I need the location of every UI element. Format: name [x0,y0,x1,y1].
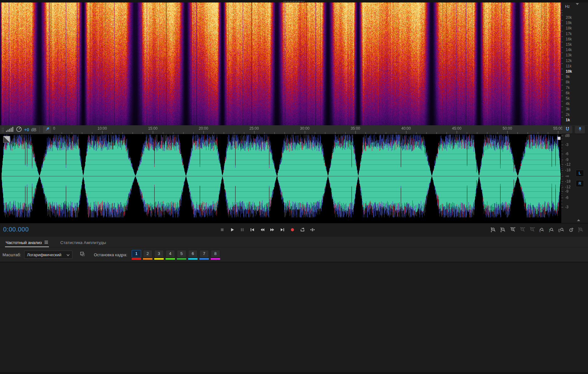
skip-to-end-button[interactable] [278,227,286,234]
hold-frame-3[interactable]: 3 [154,250,164,260]
zoom-out-time-icon [520,227,525,233]
loop-playback-icon [300,227,305,233]
scale-label: Масштаб: [3,252,21,257]
zoom-in-time-button[interactable] [509,227,517,234]
channel-badge-r[interactable]: R [576,180,584,187]
rewind-button[interactable] [258,227,266,234]
scale-scroll-icon[interactable] [576,3,579,5]
tab-frequency-analysis[interactable]: Частотный анализ [5,240,49,247]
snap-button[interactable] [562,126,572,133]
analysis-controls: Масштаб: Логарифмический Остановка кадра… [0,247,588,262]
spectral-toggle-handle[interactable] [3,136,10,143]
hold-frame-4[interactable]: 4 [166,250,175,260]
hz-tick-label: 20k [566,15,572,20]
hz-tick-label: 2k [566,112,570,117]
hz-tick-label: 16k [566,37,572,41]
hold-frame-button[interactable]: 7 [199,250,209,257]
time-label: 40:00 [401,126,411,131]
zoom-out-full-icon [530,227,535,233]
hold-frame-color [143,258,152,260]
zoom-in-at-out-point-icon [549,227,554,233]
loop-playback-button[interactable] [298,227,306,234]
panel-menu-icon[interactable] [44,240,48,245]
spectrogram-display[interactable] [0,3,561,125]
hold-frame-button[interactable]: 8 [211,250,220,257]
amplitude-tick-label: -12 [565,162,570,167]
copy-frame-button[interactable] [79,251,86,258]
fast-forward-icon [270,227,275,233]
tab-amplitude-statistics[interactable]: Статистика Амплитуды [60,240,107,247]
pin-button[interactable] [43,126,51,133]
skip-selection-button[interactable] [308,227,316,234]
hz-tick-label: 15k [566,42,572,47]
fast-forward-button[interactable] [268,227,276,234]
waveform-display[interactable] [0,134,561,223]
zoom-out-amplitude-button[interactable] [499,227,507,234]
amplitude-tick-label: -9 [565,189,569,194]
zoom-to-playhead-button[interactable] [567,227,575,234]
timeline-ruler-row: 5:0010:0015:0020:0025:0030:0035:0040:004… [0,125,588,134]
rewind-icon [260,227,265,233]
gain-knob-icon[interactable] [16,126,22,134]
hold-frame-7[interactable]: 7 [199,250,209,260]
panel-resize-handle[interactable] [0,0,588,3]
amplitude-tick-label: dB [565,133,570,138]
zoom-in-at-out-point-button[interactable]: } [548,227,556,234]
zoom-in-at-in-point-button[interactable]: { [538,227,546,234]
record-button[interactable] [288,227,296,234]
zoom-out-time-button[interactable] [518,227,527,234]
hz-tick-label: 5k [566,96,570,101]
hz-tick-label: 4k [566,101,570,106]
timeline-ruler[interactable] [0,125,561,134]
hold-frame-button[interactable]: 3 [154,250,164,257]
hz-tick-label: 9k [566,75,570,79]
skip-selection-icon [310,227,315,233]
drag-dots-icon [284,1,305,2]
hold-frame-color [132,258,141,260]
hold-frame-button[interactable]: 5 [177,250,186,257]
time-label: 15:00 [148,126,157,131]
skip-to-end-icon [280,227,285,233]
stop-button[interactable] [218,227,226,234]
marker-pin-button[interactable] [575,126,585,133]
magnet-icon [565,127,570,133]
hold-frame-button[interactable]: 4 [166,250,175,257]
hz-tick-label: 10k [566,69,572,74]
gain-unit-label: dB [31,127,36,132]
hold-frame-1[interactable]: 1 [132,250,141,260]
zoom-to-selection-button[interactable]: {} [557,227,565,234]
amplitude-tick-label: -9 [565,158,569,162]
record-icon [290,227,295,233]
panel-tabs: Частотный анализ Статистика Амплитуды [0,237,588,247]
hz-tick-label: 11k [566,64,571,68]
hold-frame-color [166,258,175,260]
copy-frame-icon [80,251,85,258]
hold-frame-5[interactable]: 5 [177,250,186,260]
amplitude-tick-label: -3 [565,205,569,209]
channel-badge-l[interactable]: L [576,170,584,177]
pause-button[interactable] [238,227,246,234]
play-button[interactable] [228,227,236,234]
zoom-out-full-button[interactable] [528,227,536,234]
hold-frame-button[interactable]: 6 [188,250,198,257]
hold-frame-button[interactable]: 2 [143,250,152,257]
skip-to-start-button[interactable] [248,227,256,234]
hz-tick-label: 19k [566,21,572,25]
status-strip [0,372,588,374]
hz-tick-label: 13k [566,53,572,57]
hold-frame-8[interactable]: 8 [211,250,220,260]
hold-frame-2[interactable]: 2 [143,250,152,260]
fade-handle[interactable] [557,137,561,140]
zoom-reset-button[interactable] [577,227,585,234]
time-label: 35:00 [351,126,360,131]
zoom-in-amplitude-button[interactable] [489,227,497,234]
scale-scroll-icon[interactable] [577,219,580,221]
grip-dots-icon[interactable] [2,127,4,132]
gain-value[interactable]: +0 [24,127,29,132]
tab-label: Частотный анализ [6,240,42,245]
hz-tick-label: 14k [566,48,572,52]
scale-select[interactable]: Логарифмический [24,251,72,259]
hold-frame-button[interactable]: 1 [132,250,141,257]
time-display[interactable]: 0:00.000 [3,226,29,233]
hold-frame-6[interactable]: 6 [188,250,198,260]
